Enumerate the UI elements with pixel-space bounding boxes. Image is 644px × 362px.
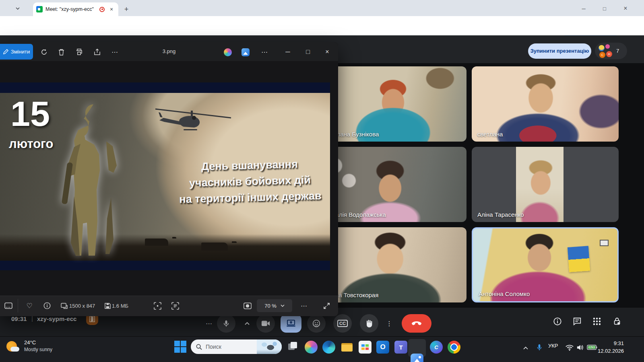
photos-taskbar-icon[interactable] bbox=[411, 354, 423, 362]
photos-maximize-icon[interactable]: □ bbox=[303, 47, 313, 57]
focus-crop-icon[interactable] bbox=[152, 300, 163, 311]
fullscreen-icon[interactable] bbox=[321, 300, 332, 311]
mini-avatar: Н bbox=[606, 51, 612, 57]
tray-clock[interactable]: 9:31 12.02.2026 bbox=[588, 340, 624, 355]
window-maximize-button[interactable]: □ bbox=[597, 3, 613, 14]
more-menu-icon[interactable]: ⋯ bbox=[259, 47, 270, 57]
photos-close-icon[interactable]: × bbox=[322, 47, 332, 57]
present-screen-button-active[interactable] bbox=[281, 314, 301, 333]
tab-close-icon[interactable]: × bbox=[108, 6, 115, 12]
photos-minimize-icon[interactable]: ─ bbox=[283, 47, 293, 57]
volume-icon[interactable] bbox=[575, 342, 585, 353]
zoom-level-dropdown[interactable]: 70 % bbox=[257, 299, 292, 312]
rotate-icon[interactable] bbox=[39, 47, 49, 57]
search-highlight-image bbox=[257, 339, 282, 354]
temperature[interactable]: 24°C bbox=[24, 339, 36, 346]
helicopter bbox=[152, 102, 233, 136]
tank-barrel bbox=[232, 241, 237, 243]
edit-image-button[interactable]: Змінити bbox=[0, 44, 33, 60]
browser-tab[interactable]: Meet: "xzy-sypm-ecc" × bbox=[33, 2, 118, 16]
teams-icon[interactable]: T bbox=[394, 341, 407, 354]
more-options-icon[interactable]: ⋯ bbox=[200, 314, 218, 333]
slide-sky-top bbox=[0, 82, 330, 93]
task-view-icon[interactable] bbox=[287, 341, 299, 354]
taskbar-search[interactable]: Поиск bbox=[191, 339, 282, 354]
more-controls-icon[interactable]: ⋮ bbox=[380, 314, 398, 333]
wifi-icon[interactable] bbox=[564, 342, 575, 353]
raise-hand-icon[interactable] bbox=[360, 314, 378, 333]
activities-grid-icon[interactable] bbox=[592, 316, 602, 327]
filesize-icon bbox=[102, 300, 113, 311]
window-close-button[interactable]: × bbox=[617, 3, 634, 14]
language-indicator[interactable]: УКР bbox=[548, 343, 558, 349]
file-explorer-icon[interactable] bbox=[341, 341, 353, 354]
reactions-icon[interactable] bbox=[307, 314, 326, 333]
outlook-icon[interactable]: O bbox=[376, 341, 389, 354]
tank-silhouette bbox=[145, 239, 168, 246]
tank-barrel bbox=[172, 237, 176, 239]
captions-icon[interactable]: CC bbox=[333, 314, 352, 333]
chrome-icon[interactable] bbox=[448, 341, 460, 354]
copilot-taskbar-icon[interactable] bbox=[305, 341, 318, 354]
chat-icon[interactable] bbox=[572, 316, 582, 327]
file-info-icon[interactable] bbox=[42, 300, 52, 311]
microsoft-store-icon[interactable] bbox=[359, 341, 372, 354]
slide-caption-line3: на території інших держав bbox=[176, 187, 325, 208]
start-square bbox=[174, 341, 180, 346]
video-tile[interactable]: Ольга Товстокорая bbox=[320, 227, 466, 302]
weather-icon[interactable] bbox=[6, 340, 20, 354]
slideshow-camera-icon[interactable] bbox=[242, 300, 253, 311]
soldier-statue bbox=[56, 99, 129, 261]
microphone-icon[interactable] bbox=[217, 314, 235, 333]
favorite-heart-icon[interactable]: ♡ bbox=[24, 300, 35, 311]
mic-options-chevron-icon[interactable] bbox=[240, 314, 254, 333]
captions-label: CC bbox=[337, 320, 348, 327]
image-filesize: 1.6 МБ bbox=[112, 303, 128, 309]
meet-favicon-icon bbox=[36, 6, 43, 12]
screen: Meet: "xzy-sypm-ecc" × + ─ □ × ← → ↻ mee… bbox=[0, 0, 644, 362]
host-controls-lock-icon[interactable] bbox=[612, 316, 622, 327]
start-square bbox=[174, 347, 180, 353]
start-button[interactable] bbox=[174, 340, 188, 354]
mini-avatar: С bbox=[599, 52, 605, 58]
meeting-code: xzy-sypm-ecc bbox=[37, 315, 76, 322]
visual-search-icon[interactable] bbox=[242, 48, 250, 56]
video-tile[interactable]: Наталія Водолажська bbox=[320, 147, 466, 222]
tab-title: Meet: "xzy-sypm-ecc" bbox=[45, 6, 99, 12]
participants-chip[interactable]: С Н 7 bbox=[595, 43, 627, 59]
tab-search-button[interactable] bbox=[11, 3, 24, 14]
slide-sky-bottom bbox=[0, 261, 330, 270]
video-tile[interactable]: Світлана Бузнікова bbox=[320, 66, 466, 142]
meeting-info-icon[interactable] bbox=[552, 316, 563, 327]
recording-indicator-icon bbox=[99, 7, 105, 12]
video-tile[interactable]: Аліна Тарасенко bbox=[472, 147, 619, 222]
print-icon[interactable] bbox=[74, 47, 84, 57]
video-tile[interactable]: светлана bbox=[472, 66, 619, 142]
video-tile-active-speaker[interactable]: Антоніна Соломко bbox=[472, 227, 619, 302]
edge-icon[interactable] bbox=[322, 341, 335, 354]
tab-strip: Meet: "xzy-sypm-ecc" × + ─ □ × bbox=[0, 0, 644, 16]
filmstrip-toggle-icon[interactable] bbox=[3, 300, 14, 311]
tray-microphone-icon[interactable] bbox=[535, 341, 544, 353]
copilot-icon[interactable] bbox=[224, 48, 232, 56]
new-tab-button[interactable]: + bbox=[121, 4, 132, 15]
photos-title-bar: Змінити ⋯ 3.png ⋯ ─ □ × bbox=[0, 42, 338, 61]
canva-icon[interactable]: C bbox=[430, 341, 443, 354]
edit-label: Змінити bbox=[11, 49, 30, 55]
search-icon bbox=[196, 344, 202, 350]
delete-icon[interactable] bbox=[56, 47, 66, 57]
participant-name: светлана bbox=[477, 131, 503, 138]
more-tools-icon[interactable]: ⋯ bbox=[109, 47, 120, 57]
end-call-button[interactable] bbox=[402, 314, 431, 333]
camera-icon[interactable] bbox=[256, 314, 275, 333]
image-dimensions: 1500 x 847 bbox=[69, 303, 95, 309]
share-icon[interactable] bbox=[92, 47, 102, 57]
more-view-options-icon[interactable]: ⋯ bbox=[299, 300, 309, 311]
text-extract-icon[interactable] bbox=[170, 300, 180, 311]
image-filename: 3.png bbox=[145, 48, 193, 54]
tray-expand-icon[interactable] bbox=[521, 343, 530, 353]
window-minimize-button[interactable]: ─ bbox=[576, 3, 592, 14]
slide-image: 15 лютого День вшанування учасників бойо… bbox=[0, 82, 330, 270]
weather-description[interactable]: Mostly sunny bbox=[24, 347, 52, 352]
stop-presentation-button[interactable]: Зупинити презентацію bbox=[528, 43, 591, 59]
